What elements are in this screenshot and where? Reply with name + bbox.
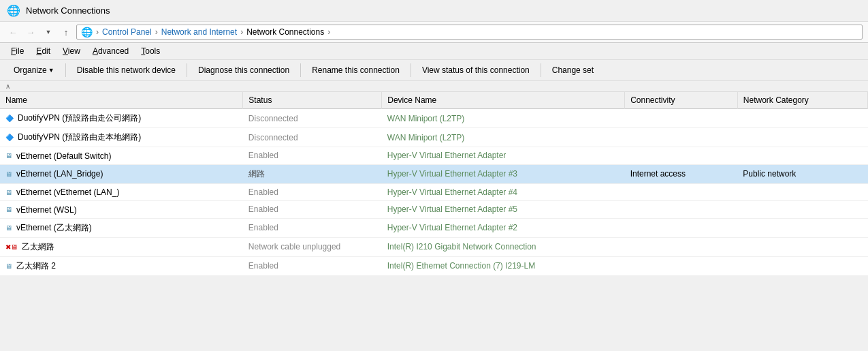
cell-status: Enabled <box>243 201 382 219</box>
cell-status: Enabled <box>243 183 382 201</box>
forward-button[interactable]: → <box>23 25 38 40</box>
cell-status: Disconnected <box>243 109 382 128</box>
title-bar: 🌐 Network Connections <box>0 0 868 22</box>
cell-connectivity <box>625 256 738 275</box>
cell-network-category <box>737 256 867 275</box>
cell-name: 🖥vEthernet (乙太網路) <box>0 218 243 237</box>
cell-connectivity <box>625 218 738 237</box>
up-button[interactable]: ↑ <box>59 25 74 40</box>
toolbar-separator-4 <box>411 63 411 77</box>
cell-device: WAN Miniport (L2TP) <box>382 128 625 147</box>
table-header-row: Name Status Device Name Connectivity Net… <box>0 92 868 109</box>
cell-connectivity <box>625 237 738 256</box>
table-row[interactable]: ✖🖥乙太網路Network cable unpluggedIntel(R) I2… <box>0 237 868 256</box>
cell-connectivity <box>625 201 738 219</box>
cell-network-category <box>737 237 867 256</box>
cell-connectivity <box>625 183 738 201</box>
toolbar-separator-2 <box>187 63 187 77</box>
cell-device: Hyper-V Virtual Ethernet Adapter #5 <box>382 201 625 219</box>
table-row[interactable]: 🖥vEthernet (LAN_Bridge)網路Hyper-V Virtual… <box>0 164 868 183</box>
eth-icon: 🖥 <box>5 224 12 232</box>
cell-device: WAN Miniport (L2TP) <box>382 109 625 128</box>
view-status-button[interactable]: View status of this connection <box>414 63 538 78</box>
disable-device-button[interactable]: Disable this network device <box>69 63 184 78</box>
table-row[interactable]: 🖥乙太網路 2EnabledIntel(R) Ethernet Connecti… <box>0 256 868 275</box>
cell-network-category <box>737 128 867 147</box>
eth-icon: 🖥 <box>5 262 12 270</box>
menu-edit[interactable]: Edit <box>31 45 56 57</box>
sort-bar: ∧ <box>0 81 868 92</box>
toolbar-separator-3 <box>300 63 301 77</box>
window-title: Network Connections <box>26 5 110 16</box>
row-icon-group: 🖥vEthernet (WSL) <box>5 205 77 215</box>
table-row[interactable]: 🔷DuotifyVPN (預設路由走公司網路)DisconnectedWAN M… <box>0 109 868 128</box>
cell-name: 🖥vEthernet (WSL) <box>0 201 243 219</box>
change-settings-button[interactable]: Change set <box>544 63 602 78</box>
connection-name: vEthernet (vEthernet (LAN_) <box>16 187 119 197</box>
cell-device: Intel(R) Ethernet Connection (7) I219-LM <box>382 256 625 275</box>
connection-name: vEthernet (乙太網路) <box>16 222 92 234</box>
diagnose-button[interactable]: Diagnose this connection <box>190 63 298 78</box>
cell-network-category: Public network <box>737 164 867 183</box>
menu-file[interactable]: File <box>5 45 29 57</box>
organize-label: Organize <box>14 65 47 75</box>
cell-device: Hyper-V Virtual Ethernet Adapter #3 <box>382 164 625 183</box>
cell-device: Hyper-V Virtual Ethernet Adapter #2 <box>382 218 625 237</box>
sort-chevron[interactable]: ∧ <box>5 82 10 90</box>
col-header-status[interactable]: Status <box>243 92 382 109</box>
table-row[interactable]: 🔷DuotifyVPN (預設路由走本地網路)DisconnectedWAN M… <box>0 128 868 147</box>
connection-name: vEthernet (WSL) <box>16 205 77 215</box>
err-icon: ✖🖥 <box>5 243 18 251</box>
table-row[interactable]: 🖥vEthernet (vEthernet (LAN_)EnabledHyper… <box>0 183 868 201</box>
cell-status: Disconnected <box>243 128 382 147</box>
menu-bar: File Edit View Advanced Tools <box>0 43 868 60</box>
connections-table: Name Status Device Name Connectivity Net… <box>0 92 868 276</box>
table-row[interactable]: 🖥vEthernet (Default Switch)EnabledHyper-… <box>0 147 868 165</box>
row-icon-group: ✖🖥乙太網路 <box>5 241 54 253</box>
table-row[interactable]: 🖥vEthernet (WSL)EnabledHyper-V Virtual E… <box>0 201 868 219</box>
menu-advanced[interactable]: Advanced <box>87 45 134 57</box>
vpn-icon: 🔷 <box>5 115 14 122</box>
connection-name: vEthernet (Default Switch) <box>16 151 111 161</box>
row-icon-group: 🔷DuotifyVPN (預設路由走公司網路) <box>5 112 141 124</box>
col-header-name[interactable]: Name <box>0 92 243 109</box>
cell-connectivity: Internet access <box>625 164 738 183</box>
back-button[interactable]: ← <box>5 25 20 40</box>
cell-name: ✖🖥乙太網路 <box>0 237 243 256</box>
row-icon-group: 🖥vEthernet (LAN_Bridge) <box>5 169 103 179</box>
organize-button[interactable]: Organize ▼ <box>5 63 63 78</box>
cell-connectivity <box>625 147 738 165</box>
menu-tools[interactable]: Tools <box>135 45 165 57</box>
row-icon-group: 🔷DuotifyVPN (預設路由走本地網路) <box>5 132 141 143</box>
eth-icon: 🖥 <box>5 189 12 196</box>
col-header-network-category[interactable]: Network Category <box>737 92 867 109</box>
menu-view[interactable]: View <box>57 45 86 57</box>
toolbar-separator-1 <box>65 63 66 77</box>
cell-status: Enabled <box>243 256 382 275</box>
col-header-device[interactable]: Device Name <box>382 92 625 109</box>
toolbar-separator-5 <box>541 63 541 77</box>
rename-button[interactable]: Rename this connection <box>304 63 408 78</box>
eth-icon: 🖥 <box>5 206 12 213</box>
breadcrumb-icon: 🌐 <box>81 27 93 37</box>
table-row[interactable]: 🖥vEthernet (乙太網路)EnabledHyper-V Virtual … <box>0 218 868 237</box>
cell-name: 🖥vEthernet (vEthernet (LAN_) <box>0 183 243 201</box>
cell-device: Hyper-V Virtual Ethernet Adapter #4 <box>382 183 625 201</box>
dropdown-button[interactable]: ▼ <box>41 25 56 40</box>
organize-chevron: ▼ <box>48 67 54 74</box>
cell-name: 🖥vEthernet (Default Switch) <box>0 147 243 165</box>
col-header-connectivity[interactable]: Connectivity <box>625 92 738 109</box>
row-icon-group: 🖥vEthernet (Default Switch) <box>5 151 111 161</box>
connection-name: 乙太網路 <box>22 241 54 253</box>
toolbar: Organize ▼ Disable this network device D… <box>0 60 868 81</box>
breadcrumb-control-panel[interactable]: Control Panel <box>102 27 152 37</box>
cell-network-category <box>737 109 867 128</box>
breadcrumb-network[interactable]: Network and Internet <box>161 27 237 37</box>
cell-name: 🖥vEthernet (LAN_Bridge) <box>0 164 243 183</box>
cell-name: 🖥乙太網路 2 <box>0 256 243 275</box>
table-body: 🔷DuotifyVPN (預設路由走公司網路)DisconnectedWAN M… <box>0 109 868 276</box>
eth-icon: 🖥 <box>5 152 12 159</box>
eth-icon: 🖥 <box>5 170 12 178</box>
cell-status: Enabled <box>243 147 382 165</box>
connection-name: DuotifyVPN (預設路由走本地網路) <box>18 132 141 143</box>
